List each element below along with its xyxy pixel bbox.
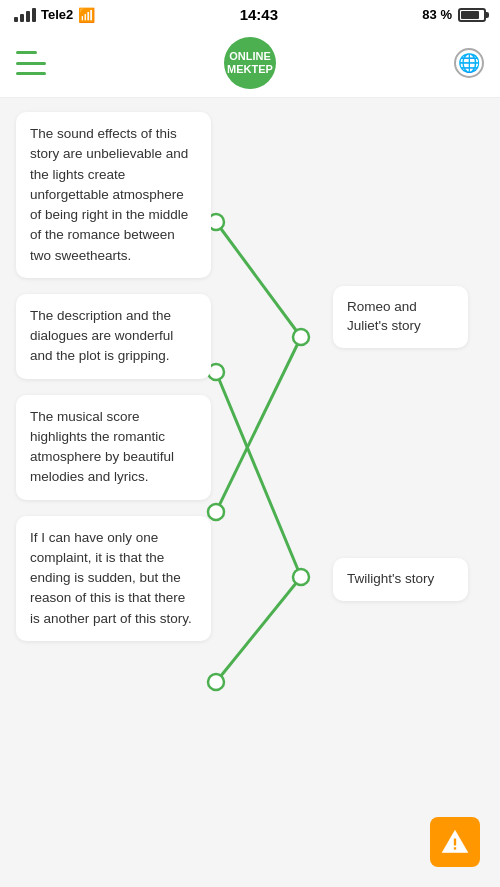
labels-right: Romeo and Juliet's story Twilight's stor… [333,126,468,601]
exercise-area: The sound effects of this story are unbe… [16,112,484,832]
label-romeo[interactable]: Romeo and Juliet's story [333,286,468,348]
wifi-icon: 📶 [78,7,95,23]
card-4[interactable]: If I can have only one complaint, it is … [16,516,211,641]
battery-percentage: 83 % [422,7,452,22]
svg-rect-11 [454,847,456,849]
logo: ONLINE MEKTEP [224,37,276,89]
label-twilight[interactable]: Twilight's story [333,558,468,601]
carrier-name: Tele2 [41,7,73,22]
card-3[interactable]: The musical score highlights the romanti… [16,395,211,500]
language-button[interactable]: 🌐 [454,48,484,78]
main-content: The sound effects of this story are unbe… [0,98,500,846]
svg-point-7 [208,674,224,690]
svg-rect-10 [454,839,456,846]
logo-line1: ONLINE [229,50,271,63]
logo-line2: MEKTEP [227,63,273,76]
status-right: 83 % [422,7,486,22]
warning-icon [441,828,469,856]
status-left: Tele2 📶 [14,7,95,23]
status-bar: Tele2 📶 14:43 83 % [0,0,500,29]
header: ONLINE MEKTEP 🌐 [0,29,500,98]
signal-bars [14,8,36,22]
menu-button[interactable] [16,51,46,75]
warning-button[interactable] [430,817,480,867]
battery-icon [458,8,486,22]
card-2[interactable]: The description and the dialogues are wo… [16,294,211,379]
time-display: 14:43 [240,6,278,23]
card-1[interactable]: The sound effects of this story are unbe… [16,112,211,278]
